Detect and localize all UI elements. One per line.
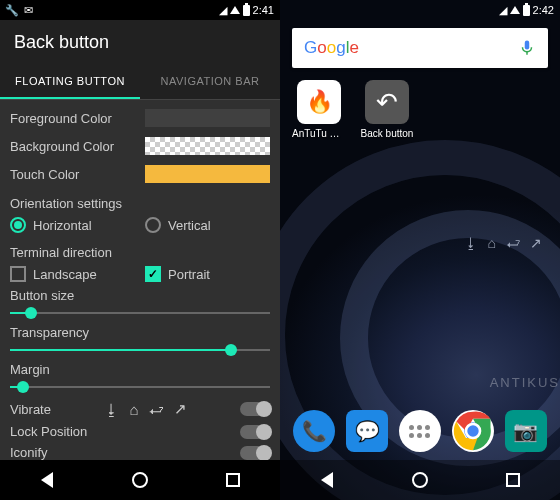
app-label: Back button — [360, 128, 414, 139]
messages-icon[interactable]: 💬 — [346, 410, 388, 452]
nav-back-icon[interactable] — [36, 469, 58, 491]
download-icon[interactable]: ⭳ — [464, 235, 478, 251]
app-antutu[interactable]: 🔥 AnTuTu Bench.. — [292, 80, 346, 139]
page-title: Back button — [0, 20, 280, 65]
download-icon: ⭳ — [104, 401, 119, 418]
share-icon: ↗ — [174, 400, 187, 418]
slider-margin[interactable] — [10, 379, 270, 395]
section-orientation: Orientation settings — [10, 188, 270, 213]
chrome-icon[interactable] — [452, 410, 494, 452]
android-navbar — [0, 460, 280, 500]
color-swatch[interactable] — [145, 165, 270, 183]
svg-point-2 — [466, 424, 480, 438]
section-terminal: Terminal direction — [10, 237, 270, 262]
signal-icon — [230, 6, 240, 14]
label-transparency: Transparency — [10, 325, 270, 340]
wrench-icon: 🔧 — [6, 4, 18, 16]
network-icon: ◢ — [499, 4, 507, 17]
antutu-icon: 🔥 — [297, 80, 341, 124]
toggle-vibrate[interactable] — [240, 402, 270, 416]
app-label: AnTuTu Bench.. — [292, 128, 346, 139]
google-search-bar[interactable]: Google — [292, 28, 548, 68]
check-landscape[interactable]: Landscape — [10, 266, 135, 282]
label-button-size: Button size — [10, 288, 270, 303]
google-logo: Google — [304, 38, 359, 58]
home-screen: ◢ 2:42 Google 🔥 AnTuTu Bench.. ↶ Back bu… — [280, 0, 560, 500]
tab-floating-button[interactable]: FLOATING BUTTON — [0, 65, 140, 99]
back-button-icon: ↶ — [365, 80, 409, 124]
network-icon: ◢ — [219, 4, 227, 17]
row-background-color[interactable]: Background Color — [10, 132, 270, 160]
nav-back-icon[interactable] — [316, 469, 338, 491]
row-touch-color[interactable]: Touch Color — [10, 160, 270, 188]
checkbox-icon — [10, 266, 26, 282]
watermark: ANTIKUS — [490, 375, 560, 390]
label-margin: Margin — [10, 362, 270, 377]
settings-screen: 🔧 ✉ ◢ 2:41 Back button FLOATING BUTTON N… — [0, 0, 280, 500]
tabs: FLOATING BUTTON NAVIGATION BAR — [0, 65, 280, 100]
row-foreground-color[interactable]: Foreground Color — [10, 104, 270, 132]
check-portrait[interactable]: ✓Portrait — [145, 266, 270, 282]
preview-icons: ⭳ ⌂ ⮐ ↗ — [104, 400, 186, 418]
home-icon: ⌂ — [129, 401, 138, 418]
label-lock-position: Lock Position — [10, 424, 87, 439]
app-drawer-icon[interactable] — [399, 410, 441, 452]
label-vibrate: Vibrate — [10, 402, 51, 417]
status-bar: 🔧 ✉ ◢ 2:41 — [0, 0, 280, 20]
tab-navigation-bar[interactable]: NAVIGATION BAR — [140, 65, 280, 99]
color-swatch[interactable] — [145, 137, 270, 155]
nav-home-icon[interactable] — [129, 469, 151, 491]
radio-icon — [10, 217, 26, 233]
status-time: 2:42 — [533, 4, 554, 16]
label: Touch Color — [10, 167, 145, 182]
slider-transparency[interactable] — [10, 342, 270, 358]
color-swatch[interactable] — [145, 109, 270, 127]
phone-icon[interactable]: 📞 — [293, 410, 335, 452]
android-navbar — [280, 460, 560, 500]
battery-icon — [243, 5, 250, 16]
camera-icon[interactable]: 📷 — [505, 410, 547, 452]
mic-icon[interactable] — [518, 39, 536, 57]
label: Background Color — [10, 139, 145, 154]
radio-horizontal[interactable]: Horizontal — [10, 217, 135, 233]
mail-icon: ✉ — [22, 4, 34, 16]
nav-recent-icon[interactable] — [502, 469, 524, 491]
status-time: 2:41 — [253, 4, 274, 16]
nav-recent-icon[interactable] — [222, 469, 244, 491]
home-icon[interactable]: ⌂ — [488, 235, 496, 251]
dock: 📞 💬 📷 — [280, 402, 560, 460]
slider-button-size[interactable] — [10, 305, 270, 321]
status-bar: ◢ 2:42 — [280, 0, 560, 20]
back-icon[interactable]: ⮐ — [506, 235, 520, 251]
checkbox-icon: ✓ — [145, 266, 161, 282]
app-back-button[interactable]: ↶ Back button — [360, 80, 414, 139]
radio-icon — [145, 217, 161, 233]
radio-vertical[interactable]: Vertical — [145, 217, 270, 233]
nav-home-icon[interactable] — [409, 469, 431, 491]
toggle-lock-position[interactable] — [240, 425, 270, 439]
toggle-iconify[interactable] — [240, 446, 270, 460]
signal-icon — [510, 6, 520, 14]
label: Foreground Color — [10, 111, 145, 126]
share-icon[interactable]: ↗ — [530, 235, 542, 251]
back-icon: ⮐ — [149, 401, 164, 418]
battery-icon — [523, 5, 530, 16]
label-iconify: Iconify — [10, 445, 48, 460]
floating-button-widget[interactable]: ⭳ ⌂ ⮐ ↗ — [464, 235, 542, 251]
